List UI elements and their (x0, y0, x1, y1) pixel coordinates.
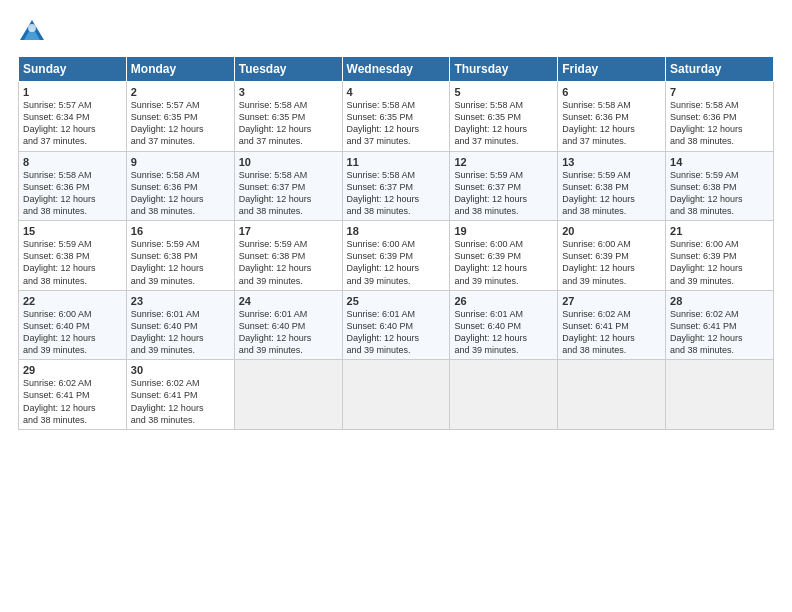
calendar-cell (558, 360, 666, 430)
cell-info: Sunrise: 6:00 AMSunset: 6:39 PMDaylight:… (562, 238, 661, 287)
calendar-cell: 17Sunrise: 5:59 AMSunset: 6:38 PMDayligh… (234, 221, 342, 291)
day-number: 16 (131, 225, 230, 237)
day-number: 3 (239, 86, 338, 98)
cell-info: Sunrise: 6:02 AMSunset: 6:41 PMDaylight:… (562, 308, 661, 357)
cell-info: Sunrise: 6:02 AMSunset: 6:41 PMDaylight:… (131, 377, 230, 426)
day-number: 17 (239, 225, 338, 237)
cell-info: Sunrise: 5:59 AMSunset: 6:37 PMDaylight:… (454, 169, 553, 218)
calendar-cell (234, 360, 342, 430)
cell-info: Sunrise: 6:00 AMSunset: 6:39 PMDaylight:… (347, 238, 446, 287)
cell-info: Sunrise: 5:58 AMSunset: 6:36 PMDaylight:… (562, 99, 661, 148)
calendar-cell (666, 360, 774, 430)
day-number: 14 (670, 156, 769, 168)
cell-info: Sunrise: 6:01 AMSunset: 6:40 PMDaylight:… (454, 308, 553, 357)
page-header (18, 18, 774, 46)
logo (18, 18, 50, 46)
day-number: 29 (23, 364, 122, 376)
header-day: Sunday (19, 57, 127, 82)
calendar-cell: 12Sunrise: 5:59 AMSunset: 6:37 PMDayligh… (450, 151, 558, 221)
cell-info: Sunrise: 6:00 AMSunset: 6:39 PMDaylight:… (670, 238, 769, 287)
day-number: 28 (670, 295, 769, 307)
day-number: 24 (239, 295, 338, 307)
header-day: Monday (126, 57, 234, 82)
cell-info: Sunrise: 5:59 AMSunset: 6:38 PMDaylight:… (23, 238, 122, 287)
calendar-cell: 13Sunrise: 5:59 AMSunset: 6:38 PMDayligh… (558, 151, 666, 221)
calendar-cell: 25Sunrise: 6:01 AMSunset: 6:40 PMDayligh… (342, 290, 450, 360)
day-number: 2 (131, 86, 230, 98)
cell-info: Sunrise: 6:02 AMSunset: 6:41 PMDaylight:… (23, 377, 122, 426)
calendar-cell: 5Sunrise: 5:58 AMSunset: 6:35 PMDaylight… (450, 82, 558, 152)
day-number: 18 (347, 225, 446, 237)
day-number: 30 (131, 364, 230, 376)
day-number: 19 (454, 225, 553, 237)
cell-info: Sunrise: 5:57 AMSunset: 6:34 PMDaylight:… (23, 99, 122, 148)
calendar-cell: 27Sunrise: 6:02 AMSunset: 6:41 PMDayligh… (558, 290, 666, 360)
cell-info: Sunrise: 5:58 AMSunset: 6:37 PMDaylight:… (239, 169, 338, 218)
day-number: 4 (347, 86, 446, 98)
calendar-cell: 29Sunrise: 6:02 AMSunset: 6:41 PMDayligh… (19, 360, 127, 430)
day-number: 5 (454, 86, 553, 98)
calendar-cell: 11Sunrise: 5:58 AMSunset: 6:37 PMDayligh… (342, 151, 450, 221)
header-day: Wednesday (342, 57, 450, 82)
calendar-cell: 20Sunrise: 6:00 AMSunset: 6:39 PMDayligh… (558, 221, 666, 291)
cell-info: Sunrise: 5:59 AMSunset: 6:38 PMDaylight:… (562, 169, 661, 218)
calendar-cell: 4Sunrise: 5:58 AMSunset: 6:35 PMDaylight… (342, 82, 450, 152)
calendar-cell: 26Sunrise: 6:01 AMSunset: 6:40 PMDayligh… (450, 290, 558, 360)
cell-info: Sunrise: 5:58 AMSunset: 6:35 PMDaylight:… (347, 99, 446, 148)
calendar-cell: 2Sunrise: 5:57 AMSunset: 6:35 PMDaylight… (126, 82, 234, 152)
day-number: 6 (562, 86, 661, 98)
day-number: 7 (670, 86, 769, 98)
calendar-cell: 7Sunrise: 5:58 AMSunset: 6:36 PMDaylight… (666, 82, 774, 152)
day-number: 26 (454, 295, 553, 307)
calendar-cell: 23Sunrise: 6:01 AMSunset: 6:40 PMDayligh… (126, 290, 234, 360)
header-day: Friday (558, 57, 666, 82)
calendar-week: 29Sunrise: 6:02 AMSunset: 6:41 PMDayligh… (19, 360, 774, 430)
calendar-week: 22Sunrise: 6:00 AMSunset: 6:40 PMDayligh… (19, 290, 774, 360)
day-number: 25 (347, 295, 446, 307)
cell-info: Sunrise: 5:58 AMSunset: 6:35 PMDaylight:… (239, 99, 338, 148)
calendar-header: SundayMondayTuesdayWednesdayThursdayFrid… (19, 57, 774, 82)
calendar-cell: 28Sunrise: 6:02 AMSunset: 6:41 PMDayligh… (666, 290, 774, 360)
calendar-cell: 19Sunrise: 6:00 AMSunset: 6:39 PMDayligh… (450, 221, 558, 291)
cell-info: Sunrise: 5:58 AMSunset: 6:37 PMDaylight:… (347, 169, 446, 218)
calendar-cell (342, 360, 450, 430)
calendar-cell: 10Sunrise: 5:58 AMSunset: 6:37 PMDayligh… (234, 151, 342, 221)
calendar: SundayMondayTuesdayWednesdayThursdayFrid… (18, 56, 774, 430)
day-number: 21 (670, 225, 769, 237)
calendar-cell: 15Sunrise: 5:59 AMSunset: 6:38 PMDayligh… (19, 221, 127, 291)
day-number: 1 (23, 86, 122, 98)
day-number: 22 (23, 295, 122, 307)
cell-info: Sunrise: 6:01 AMSunset: 6:40 PMDaylight:… (131, 308, 230, 357)
cell-info: Sunrise: 5:58 AMSunset: 6:36 PMDaylight:… (131, 169, 230, 218)
calendar-week: 15Sunrise: 5:59 AMSunset: 6:38 PMDayligh… (19, 221, 774, 291)
cell-info: Sunrise: 6:01 AMSunset: 6:40 PMDaylight:… (347, 308, 446, 357)
cell-info: Sunrise: 6:01 AMSunset: 6:40 PMDaylight:… (239, 308, 338, 357)
calendar-cell: 6Sunrise: 5:58 AMSunset: 6:36 PMDaylight… (558, 82, 666, 152)
calendar-cell: 21Sunrise: 6:00 AMSunset: 6:39 PMDayligh… (666, 221, 774, 291)
calendar-cell: 1Sunrise: 5:57 AMSunset: 6:34 PMDaylight… (19, 82, 127, 152)
calendar-cell: 16Sunrise: 5:59 AMSunset: 6:38 PMDayligh… (126, 221, 234, 291)
calendar-cell: 9Sunrise: 5:58 AMSunset: 6:36 PMDaylight… (126, 151, 234, 221)
calendar-cell: 24Sunrise: 6:01 AMSunset: 6:40 PMDayligh… (234, 290, 342, 360)
cell-info: Sunrise: 5:58 AMSunset: 6:36 PMDaylight:… (23, 169, 122, 218)
cell-info: Sunrise: 5:57 AMSunset: 6:35 PMDaylight:… (131, 99, 230, 148)
cell-info: Sunrise: 5:58 AMSunset: 6:35 PMDaylight:… (454, 99, 553, 148)
calendar-week: 1Sunrise: 5:57 AMSunset: 6:34 PMDaylight… (19, 82, 774, 152)
day-number: 8 (23, 156, 122, 168)
day-number: 15 (23, 225, 122, 237)
logo-icon (18, 18, 46, 46)
cell-info: Sunrise: 5:59 AMSunset: 6:38 PMDaylight:… (670, 169, 769, 218)
calendar-cell: 30Sunrise: 6:02 AMSunset: 6:41 PMDayligh… (126, 360, 234, 430)
cell-info: Sunrise: 6:02 AMSunset: 6:41 PMDaylight:… (670, 308, 769, 357)
calendar-cell: 18Sunrise: 6:00 AMSunset: 6:39 PMDayligh… (342, 221, 450, 291)
cell-info: Sunrise: 5:59 AMSunset: 6:38 PMDaylight:… (239, 238, 338, 287)
cell-info: Sunrise: 6:00 AMSunset: 6:39 PMDaylight:… (454, 238, 553, 287)
day-number: 20 (562, 225, 661, 237)
calendar-cell (450, 360, 558, 430)
calendar-week: 8Sunrise: 5:58 AMSunset: 6:36 PMDaylight… (19, 151, 774, 221)
day-number: 23 (131, 295, 230, 307)
header-day: Saturday (666, 57, 774, 82)
day-number: 27 (562, 295, 661, 307)
day-number: 13 (562, 156, 661, 168)
header-day: Tuesday (234, 57, 342, 82)
